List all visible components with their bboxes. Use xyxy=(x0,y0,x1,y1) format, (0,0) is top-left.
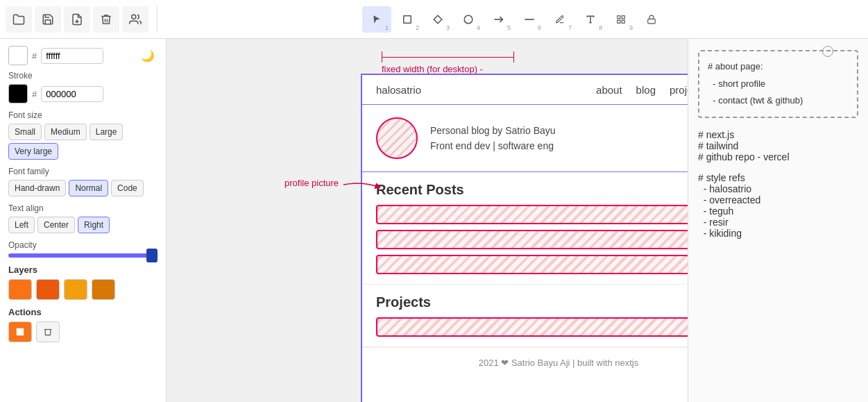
fill-color-swatch[interactable] xyxy=(8,46,28,65)
notes-tech-stack: # next.js # tailwind # github repo - ver… xyxy=(698,129,858,162)
font-code[interactable]: Code xyxy=(111,180,144,196)
pen-tool[interactable]: 7 xyxy=(545,6,575,33)
stroke-color-row: # xyxy=(8,84,158,103)
select-tool[interactable]: 1 xyxy=(362,6,391,33)
save-btn[interactable] xyxy=(35,6,61,33)
notes-style-refs: # style refs - halosatrio - overreacted … xyxy=(698,172,858,239)
layer-thumb-2[interactable] xyxy=(36,279,60,300)
sketch-hero-text: Personal blog by Satrio Bayu Front end d… xyxy=(430,123,556,154)
stroke-color-input[interactable] xyxy=(41,86,103,102)
sketch-post-bar-1 xyxy=(376,205,688,224)
sketch-nav-about: about xyxy=(596,84,622,96)
sketch-hero-subtitle: Front end dev | software eng xyxy=(430,138,556,153)
svg-point-1 xyxy=(132,15,136,19)
layers-section: Layers xyxy=(8,265,158,300)
layers-label: Layers xyxy=(8,265,158,275)
sketch-footer-text: 2021 ❤ Satrio Bayu Aji | built with next… xyxy=(479,358,638,368)
layer-thumb-4[interactable] xyxy=(92,279,115,300)
opacity-section: Opacity xyxy=(8,240,158,258)
layer-thumb-3[interactable] xyxy=(64,279,87,300)
right-notes: # about page: - short profile - contact … xyxy=(688,39,868,402)
notes-style-refs-header: # style refs xyxy=(698,172,858,183)
rect-tool[interactable]: 2 xyxy=(393,6,422,33)
sketch-hero-title: Personal blog by Satrio Bayu xyxy=(430,123,556,138)
notes-circle xyxy=(822,46,833,57)
action-btn-delete[interactable] xyxy=(36,321,60,342)
diamond-tool[interactable]: 3 xyxy=(423,6,452,33)
sketch-projects-title: Projects xyxy=(376,294,431,310)
font-size-section: Font size Small Medium Large Very large xyxy=(8,110,158,160)
notes-tailwind: # tailwind xyxy=(698,140,858,151)
svg-rect-13 xyxy=(648,19,656,23)
sketch-navbar: halosatrio about blog project xyxy=(362,75,688,105)
actions-label: Actions xyxy=(8,307,158,317)
notes-ref-overreacted: - overreacted xyxy=(698,194,858,206)
svg-point-4 xyxy=(464,15,473,24)
left-panel: # 🌙 Stroke # Font size Small Medium Larg… xyxy=(0,39,167,402)
frame-tool[interactable]: 9 xyxy=(606,6,636,33)
font-family-label: Font family xyxy=(8,167,158,176)
notes-about-header: # about page: xyxy=(708,58,849,76)
align-right[interactable]: Right xyxy=(78,217,110,233)
sketch-brand: halosatrio xyxy=(376,84,421,96)
notes-ref-halosatrio: - halosatrio xyxy=(698,183,858,194)
align-left[interactable]: Left xyxy=(8,217,35,233)
wireframe-container: halosatrio about blog project Personal b… xyxy=(361,74,688,402)
stroke-color-swatch[interactable] xyxy=(8,84,28,103)
text-align-options: Left Center Right xyxy=(8,217,158,233)
line-tool[interactable]: 6 xyxy=(515,6,544,33)
font-hand-drawn[interactable]: Hand-drawn xyxy=(8,180,66,196)
font-size-label: Font size xyxy=(8,110,158,120)
sketch-projects: Projects view all xyxy=(362,285,688,347)
action-btn-1[interactable] xyxy=(8,321,32,342)
notes-about-profile: - short profile xyxy=(708,76,849,93)
canvas-area[interactable]: fixed width (for desktop) - responsive h… xyxy=(167,39,688,402)
font-size-small[interactable]: Small xyxy=(8,124,42,140)
font-normal[interactable]: Normal xyxy=(69,180,108,196)
align-center[interactable]: Center xyxy=(37,217,75,233)
font-size-medium[interactable]: Medium xyxy=(44,124,87,140)
opacity-slider[interactable] xyxy=(8,253,158,258)
toolbar: 1 2 3 4 5 6 7 8 xyxy=(0,0,868,39)
toolbar-file-actions xyxy=(6,6,158,33)
dark-mode-toggle[interactable]: 🌙 xyxy=(138,46,158,65)
arrow-tool[interactable]: 5 xyxy=(484,6,513,33)
circle-tool[interactable]: 4 xyxy=(454,6,483,33)
notes-nextjs: # next.js xyxy=(698,129,858,140)
svg-rect-9 xyxy=(618,15,620,18)
text-tool[interactable]: 8 xyxy=(576,6,605,33)
open-folder-btn[interactable] xyxy=(6,6,32,33)
sketch-recent-posts: Recent Posts view all xyxy=(362,172,688,285)
delete-btn[interactable] xyxy=(93,6,119,33)
font-size-large[interactable]: Large xyxy=(90,124,124,140)
svg-rect-14 xyxy=(17,328,24,336)
stroke-hash: # xyxy=(32,89,37,99)
actions-row xyxy=(8,321,158,342)
layer-thumb-1[interactable] xyxy=(8,279,32,300)
sketch-avatar xyxy=(376,117,418,159)
actions-section: Actions xyxy=(8,307,158,342)
sketch-nav-blog: blog xyxy=(636,84,656,96)
stroke-label: Stroke xyxy=(8,71,158,81)
layers-row xyxy=(8,279,158,300)
font-size-options: Small Medium Large Very large xyxy=(8,124,158,160)
sketch-project-bar-1 xyxy=(376,317,688,337)
svg-marker-3 xyxy=(434,15,442,24)
notes-ref-resir: - resir xyxy=(698,217,858,228)
fill-color-input[interactable] xyxy=(41,48,103,64)
share-btn[interactable] xyxy=(122,6,148,33)
svg-rect-12 xyxy=(618,20,620,23)
sketch-post-bar-3 xyxy=(376,255,688,274)
font-family-section: Font family Hand-drawn Normal Code xyxy=(8,167,158,196)
fill-color-row: # 🌙 xyxy=(8,46,158,65)
lock-tool[interactable] xyxy=(637,6,666,33)
fill-hash: # xyxy=(32,51,37,61)
font-size-very-large[interactable]: Very large xyxy=(8,143,58,160)
svg-rect-10 xyxy=(622,15,624,18)
main-area: # 🌙 Stroke # Font size Small Medium Larg… xyxy=(0,39,868,402)
sketch-projects-header: Projects view all xyxy=(376,294,688,310)
export-btn[interactable] xyxy=(64,6,90,33)
stroke-section: Stroke # xyxy=(8,71,158,103)
text-align-label: Text align xyxy=(8,203,158,213)
toolbar-tools: 1 2 3 4 5 6 7 8 xyxy=(362,6,666,33)
